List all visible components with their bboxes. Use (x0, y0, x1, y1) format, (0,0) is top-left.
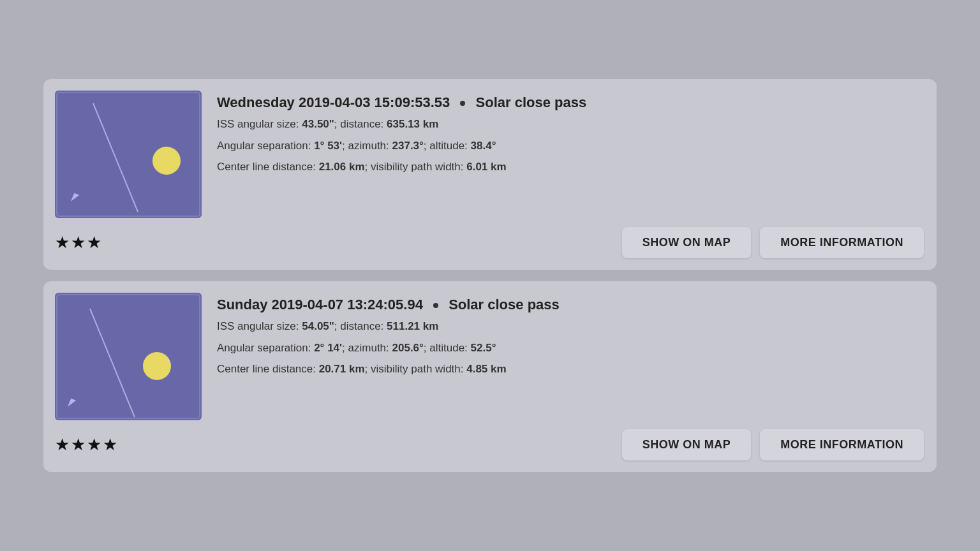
card-info: Sunday 2019-04-07 13:24:05.94 Solar clos… (217, 293, 924, 378)
angular-separation-line: Angular separation: 2° 14'; azimuth: 205… (217, 340, 924, 356)
action-buttons: SHOW ON MAP MORE INFORMATION (622, 429, 924, 460)
center-line-line: Center line distance: 21.06 km; visibili… (217, 159, 924, 175)
card-title: Wednesday 2019-04-03 15:09:53.53 Solar c… (217, 94, 924, 111)
iss-angular-size-line: ISS angular size: 54.05"; distance: 511.… (217, 318, 924, 335)
distance-value: 635.13 km (387, 118, 438, 130)
event-thumbnail (55, 293, 202, 420)
event-thumbnail (55, 91, 202, 218)
action-buttons: SHOW ON MAP MORE INFORMATION (622, 227, 924, 258)
card-top: Wednesday 2019-04-03 15:09:53.53 Solar c… (55, 91, 924, 218)
path-width-value: 6.01 km (466, 161, 506, 173)
angular-separation-value: 2° 14' (314, 342, 342, 354)
card-info: Wednesday 2019-04-03 15:09:53.53 Solar c… (217, 91, 924, 175)
more-information-button[interactable]: MORE INFORMATION (760, 429, 924, 460)
center-line-value: 20.71 km (319, 363, 365, 375)
card-bottom: ★★★★ SHOW ON MAP MORE INFORMATION (55, 429, 924, 460)
iss-angular-size-value: 54.05" (302, 320, 334, 332)
altitude-value: 52.5° (471, 342, 496, 354)
card-bottom: ★★★ SHOW ON MAP MORE INFORMATION (55, 227, 924, 258)
azimuth-value: 237.3° (392, 140, 424, 152)
azimuth-value: 205.6° (392, 342, 424, 354)
event-datetime: Wednesday 2019-04-03 15:09:53.53 (217, 94, 450, 110)
cards-container: Wednesday 2019-04-03 15:09:53.53 Solar c… (43, 79, 937, 472)
center-line-line: Center line distance: 20.71 km; visibili… (217, 361, 924, 378)
angular-separation-value: 1° 53' (314, 140, 342, 152)
iss-angular-size-line: ISS angular size: 43.50"; distance: 635.… (217, 116, 924, 133)
event-type: Solar close pass (449, 297, 560, 312)
path-width-value: 4.85 km (466, 363, 506, 375)
dot-separator (460, 101, 465, 106)
show-on-map-button[interactable]: SHOW ON MAP (622, 227, 752, 258)
star-rating: ★★★ (55, 233, 103, 253)
center-line-value: 21.06 km (319, 161, 365, 173)
angular-separation-line: Angular separation: 1° 53'; azimuth: 237… (217, 138, 924, 154)
show-on-map-button[interactable]: SHOW ON MAP (622, 429, 752, 460)
event-datetime: Sunday 2019-04-07 13:24:05.94 (217, 297, 423, 312)
altitude-value: 38.4° (471, 140, 496, 152)
event-card-1: Wednesday 2019-04-03 15:09:53.53 Solar c… (43, 79, 937, 270)
svg-rect-0 (55, 91, 202, 218)
iss-angular-size-value: 43.50" (302, 118, 334, 130)
distance-value: 511.21 km (387, 320, 438, 332)
more-information-button[interactable]: MORE INFORMATION (760, 227, 924, 258)
card-title: Sunday 2019-04-07 13:24:05.94 Solar clos… (217, 297, 924, 313)
star-rating: ★★★★ (55, 435, 119, 455)
event-type: Solar close pass (476, 94, 587, 110)
event-card-2: Sunday 2019-04-07 13:24:05.94 Solar clos… (43, 281, 937, 472)
dot-separator (433, 303, 438, 308)
card-top: Sunday 2019-04-07 13:24:05.94 Solar clos… (55, 293, 924, 420)
svg-point-3 (152, 147, 181, 175)
svg-point-8 (143, 352, 171, 380)
